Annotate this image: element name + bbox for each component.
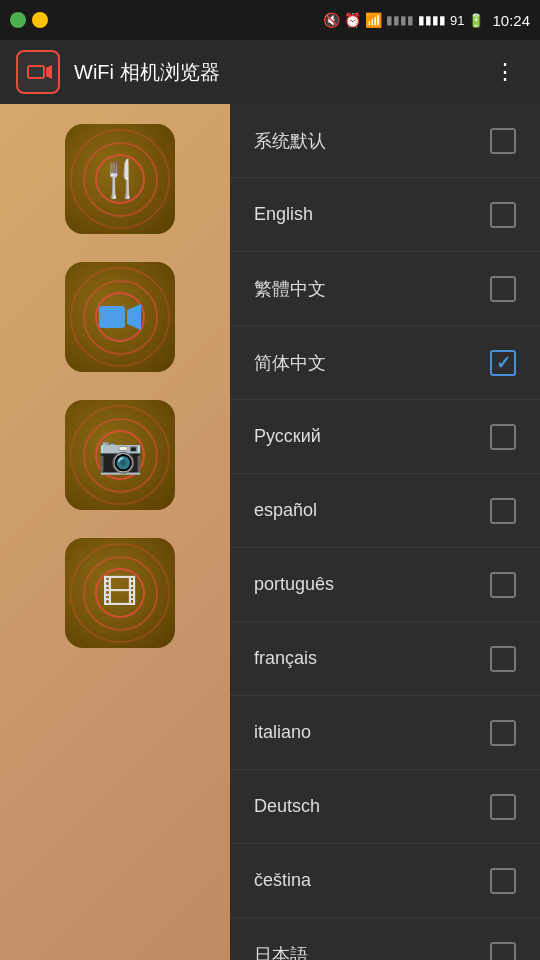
language-label-spanish: español: [254, 500, 317, 521]
language-item-spanish[interactable]: español: [230, 474, 540, 548]
battery-level: 91: [450, 13, 464, 28]
language-item-simp-chinese[interactable]: 简体中文✓: [230, 326, 540, 400]
language-label-japanese: 日本語: [254, 943, 308, 960]
mute-icon: 🔇: [323, 12, 340, 28]
language-checkbox-portuguese[interactable]: [490, 572, 516, 598]
background-icons: 🍴 📷: [0, 104, 230, 960]
language-label-italian: italiano: [254, 722, 311, 743]
language-item-portuguese[interactable]: português: [230, 548, 540, 622]
language-item-czech[interactable]: čeština: [230, 844, 540, 918]
dot-yellow: [32, 12, 48, 28]
language-checkbox-english[interactable]: [490, 202, 516, 228]
language-label-french: français: [254, 648, 317, 669]
language-item-french[interactable]: français: [230, 622, 540, 696]
language-checkbox-trad-chinese[interactable]: [490, 276, 516, 302]
app-logo: [16, 50, 60, 94]
language-label-russian: Русский: [254, 426, 321, 447]
battery-icon: 🔋: [468, 13, 484, 28]
app-toolbar: WiFi 相机浏览器 ⋮: [0, 40, 540, 104]
language-checkbox-italian[interactable]: [490, 720, 516, 746]
icon-restaurant: 🍴: [65, 124, 175, 234]
language-checkbox-german[interactable]: [490, 794, 516, 820]
language-checkbox-spanish[interactable]: [490, 498, 516, 524]
app-title: WiFi 相机浏览器: [74, 59, 486, 86]
language-label-trad-chinese: 繁體中文: [254, 277, 326, 301]
svg-marker-3: [127, 304, 141, 330]
wifi-icon: 📶: [365, 12, 382, 28]
overflow-menu-button[interactable]: ⋮: [486, 51, 524, 93]
dot-green: [10, 12, 26, 28]
svg-rect-0: [28, 66, 44, 78]
clock-icon: ⏰: [344, 12, 361, 28]
status-indicators: [10, 12, 48, 28]
language-label-english: English: [254, 204, 313, 225]
language-label-sys-default: 系统默认: [254, 129, 326, 153]
signal-icon-2: ▮▮▮▮: [418, 13, 446, 27]
language-checkbox-simp-chinese[interactable]: ✓: [490, 350, 516, 376]
language-item-russian[interactable]: Русский: [230, 400, 540, 474]
language-label-simp-chinese: 简体中文: [254, 351, 326, 375]
language-item-english[interactable]: English: [230, 178, 540, 252]
language-label-czech: čeština: [254, 870, 311, 891]
language-item-german[interactable]: Deutsch: [230, 770, 540, 844]
language-checkbox-sys-default[interactable]: [490, 128, 516, 154]
language-checkbox-french[interactable]: [490, 646, 516, 672]
language-label-german: Deutsch: [254, 796, 320, 817]
status-time: 10:24: [492, 12, 530, 29]
icon-film: 🎞: [65, 538, 175, 648]
language-checkbox-czech[interactable]: [490, 868, 516, 894]
signal-icon-1: ▮▮▮▮: [386, 13, 414, 27]
icon-camera: 📷: [65, 400, 175, 510]
language-checkbox-russian[interactable]: [490, 424, 516, 450]
status-right: 🔇 ⏰ 📶 ▮▮▮▮ ▮▮▮▮ 91 🔋 10:24: [323, 12, 530, 29]
language-item-sys-default[interactable]: 系统默认: [230, 104, 540, 178]
language-item-italian[interactable]: italiano: [230, 696, 540, 770]
icon-video: [65, 262, 175, 372]
language-item-japanese[interactable]: 日本語: [230, 918, 540, 960]
language-dropdown: 系统默认English繁體中文简体中文✓Русскийespañolportug…: [230, 104, 540, 960]
svg-rect-2: [99, 306, 125, 328]
language-checkbox-japanese[interactable]: [490, 942, 516, 960]
status-bar: 🔇 ⏰ 📶 ▮▮▮▮ ▮▮▮▮ 91 🔋 10:24: [0, 0, 540, 40]
language-item-trad-chinese[interactable]: 繁體中文: [230, 252, 540, 326]
svg-marker-1: [46, 65, 52, 79]
language-label-portuguese: português: [254, 574, 334, 595]
main-content: 🍴 📷: [0, 104, 540, 960]
